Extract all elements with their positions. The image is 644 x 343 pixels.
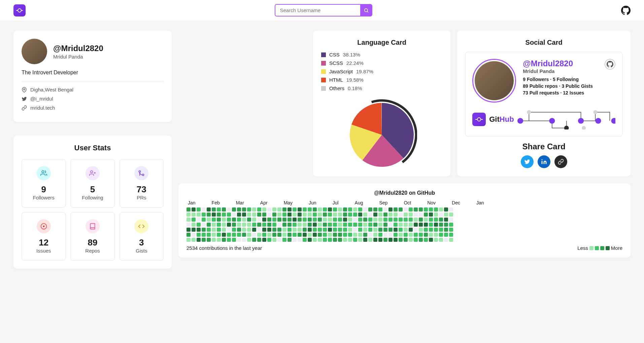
contrib-cell[interactable] <box>434 228 438 232</box>
contrib-cell[interactable] <box>207 213 211 217</box>
contrib-cell[interactable] <box>242 233 246 237</box>
contrib-cell[interactable] <box>247 233 251 237</box>
contrib-cell[interactable] <box>424 223 428 227</box>
contrib-cell[interactable] <box>353 233 357 237</box>
contrib-cell[interactable] <box>343 223 347 227</box>
contrib-cell[interactable] <box>257 213 261 217</box>
contrib-cell[interactable] <box>348 223 352 227</box>
search-input[interactable] <box>275 4 360 16</box>
contrib-cell[interactable] <box>399 228 403 232</box>
contrib-cell[interactable] <box>434 218 438 222</box>
contrib-cell[interactable] <box>267 218 271 222</box>
contrib-cell[interactable] <box>348 207 352 212</box>
contrib-cell[interactable] <box>207 207 211 212</box>
contrib-cell[interactable] <box>232 218 236 222</box>
contrib-cell[interactable] <box>222 223 226 227</box>
contrib-cell[interactable] <box>237 218 241 222</box>
contrib-cell[interactable] <box>439 223 443 227</box>
contrib-cell[interactable] <box>383 218 387 222</box>
contrib-cell[interactable] <box>247 207 251 212</box>
contrib-cell[interactable] <box>358 233 362 237</box>
contrib-cell[interactable] <box>368 228 372 232</box>
contrib-cell[interactable] <box>277 218 281 222</box>
contrib-cell[interactable] <box>187 228 191 232</box>
contrib-cell[interactable] <box>449 228 453 232</box>
contrib-cell[interactable] <box>353 223 357 227</box>
contrib-cell[interactable] <box>308 207 312 212</box>
contrib-cell[interactable] <box>207 233 211 237</box>
contrib-cell[interactable] <box>303 207 307 212</box>
contrib-cell[interactable] <box>323 233 327 237</box>
contrib-cell[interactable] <box>222 218 226 222</box>
contrib-cell[interactable] <box>308 233 312 237</box>
contrib-cell[interactable] <box>212 233 216 237</box>
contrib-cell[interactable] <box>247 238 251 242</box>
contrib-cell[interactable] <box>267 228 271 232</box>
contrib-cell[interactable] <box>202 228 206 232</box>
contrib-cell[interactable] <box>227 218 231 222</box>
contrib-cell[interactable] <box>227 233 231 237</box>
contrib-cell[interactable] <box>363 238 367 242</box>
contrib-cell[interactable] <box>237 233 241 237</box>
profile-twitter[interactable]: @i_mridul <box>22 96 164 102</box>
contrib-cell[interactable] <box>383 223 387 227</box>
contrib-cell[interactable] <box>222 233 226 237</box>
share-twitter-button[interactable] <box>521 155 534 168</box>
contrib-cell[interactable] <box>313 228 317 232</box>
contrib-cell[interactable] <box>414 218 418 222</box>
contrib-cell[interactable] <box>318 238 322 242</box>
contrib-cell[interactable] <box>444 207 448 212</box>
contrib-cell[interactable] <box>419 228 423 232</box>
contrib-cell[interactable] <box>429 228 433 232</box>
contrib-cell[interactable] <box>439 213 443 217</box>
contrib-cell[interactable] <box>293 238 297 242</box>
contrib-cell[interactable] <box>434 233 438 237</box>
contrib-cell[interactable] <box>338 223 342 227</box>
contrib-cell[interactable] <box>247 218 251 222</box>
contrib-cell[interactable] <box>419 238 423 242</box>
contrib-cell[interactable] <box>444 218 448 222</box>
contrib-cell[interactable] <box>424 213 428 217</box>
contrib-cell[interactable] <box>429 223 433 227</box>
contrib-cell[interactable] <box>429 207 433 212</box>
contrib-cell[interactable] <box>409 207 413 212</box>
contrib-cell[interactable] <box>308 218 312 222</box>
contrib-cell[interactable] <box>358 218 362 222</box>
contrib-cell[interactable] <box>424 228 428 232</box>
contrib-cell[interactable] <box>187 213 191 217</box>
contrib-cell[interactable] <box>409 218 413 222</box>
contrib-cell[interactable] <box>287 218 292 222</box>
contrib-cell[interactable] <box>323 238 327 242</box>
contrib-cell[interactable] <box>287 228 292 232</box>
contrib-cell[interactable] <box>373 238 377 242</box>
contrib-cell[interactable] <box>414 228 418 232</box>
contrib-cell[interactable] <box>383 238 387 242</box>
contrib-cell[interactable] <box>262 207 266 212</box>
contrib-cell[interactable] <box>237 238 241 242</box>
contrib-cell[interactable] <box>192 207 196 212</box>
contrib-cell[interactable] <box>444 228 448 232</box>
contrib-cell[interactable] <box>277 213 281 217</box>
contrib-cell[interactable] <box>212 218 216 222</box>
contrib-cell[interactable] <box>308 238 312 242</box>
contrib-cell[interactable] <box>272 228 276 232</box>
contrib-cell[interactable] <box>394 238 398 242</box>
contrib-cell[interactable] <box>404 233 408 237</box>
contrib-cell[interactable] <box>328 213 332 217</box>
contrib-cell[interactable] <box>277 207 281 212</box>
contrib-cell[interactable] <box>439 233 443 237</box>
contrib-cell[interactable] <box>388 213 393 217</box>
contrib-cell[interactable] <box>409 213 413 217</box>
stat-box-repos[interactable]: 89Repos <box>70 212 114 261</box>
contrib-cell[interactable] <box>353 228 357 232</box>
contrib-cell[interactable] <box>287 233 292 237</box>
contrib-cell[interactable] <box>237 228 241 232</box>
contrib-cell[interactable] <box>202 223 206 227</box>
contrib-cell[interactable] <box>449 207 453 212</box>
contrib-cell[interactable] <box>252 233 256 237</box>
contrib-cell[interactable] <box>237 207 241 212</box>
contrib-cell[interactable] <box>444 223 448 227</box>
contrib-cell[interactable] <box>388 207 393 212</box>
contrib-cell[interactable] <box>333 223 337 227</box>
contrib-cell[interactable] <box>212 223 216 227</box>
